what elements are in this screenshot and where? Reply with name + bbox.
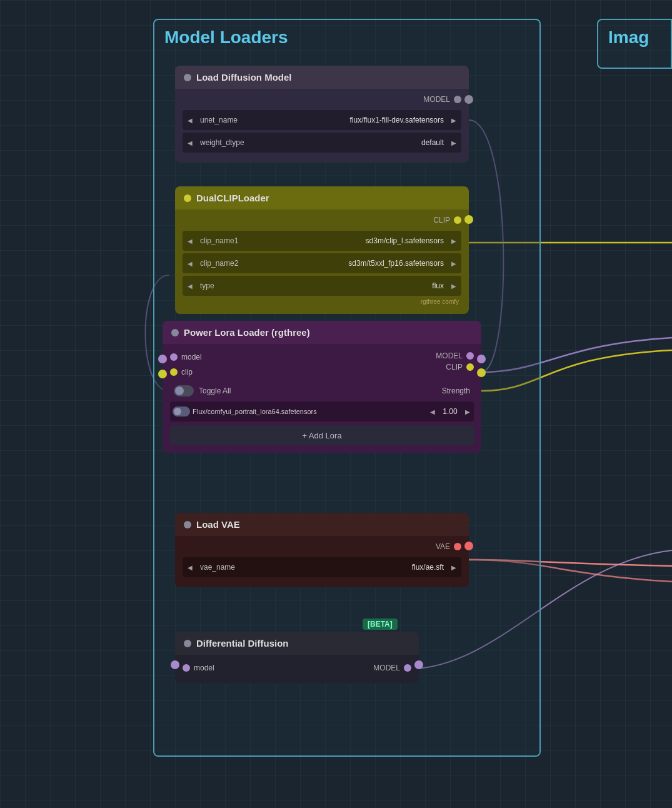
node-vae-title: Load VAE [196,519,240,530]
lora-strength-header: Strength [442,386,470,395]
node-vae-dot [184,521,191,528]
diff-model-in-dot [183,664,190,672]
clip-name1-arrow-left[interactable]: ◀ [183,238,198,245]
lora-output-model: MODEL [436,351,474,360]
lora-toggle-all-knob [175,386,184,395]
lora-toggle-all-switch[interactable] [174,385,194,396]
node-diff-header: Differential Diffusion [175,632,419,655]
lora-strength-value: 1.00 [439,407,461,416]
lora-toggle-all-label: Toggle All [199,386,231,395]
vae-name-arrow-left[interactable]: ◀ [183,564,198,571]
diffusion-model-connector [454,96,461,103]
diffusion-weight-arrow-left[interactable]: ◀ [183,139,198,146]
vae-name-label: vae_name [198,563,254,572]
clip-type-arrow-right[interactable]: ▶ [446,283,461,290]
lora-clip-in-dot [170,368,178,376]
lora-strength-arrow-right[interactable]: ▶ [464,408,471,415]
canvas-area: Model Loaders Imag Load Diffusion Model … [0,0,672,808]
diffusion-right-connector [464,95,473,104]
lora-clip-out-dot [466,363,474,371]
clip-type-arrow-left[interactable]: ◀ [183,283,198,290]
vae-output-connector [454,543,461,550]
node-diff-title: Differential Diffusion [196,638,289,649]
diffusion-weight-value: default [254,138,446,147]
vae-name-arrow-right[interactable]: ▶ [446,564,461,571]
clip-output-label: CLIP [433,216,450,225]
node-power-lora: Power Lora Loader (rgthree) model clip [163,321,481,453]
node-clip-title: DualCLIPLoader [196,193,269,203]
node-load-vae: Load VAE VAE ◀ vae_name flux/ae.sft ▶ [175,513,469,587]
lora-clip-right-connector [477,368,486,377]
node-diffusion-header: Load Diffusion Model [175,66,469,89]
diffusion-unet-value: flux/flux1-fill-dev.safetensors [254,116,446,124]
clip-name1-arrow-right[interactable]: ▶ [446,238,461,245]
clip-param-name1[interactable]: ◀ clip_name1 sd3m/clip_l.safetensors ▶ [183,231,461,251]
diffusion-weight-arrow-right[interactable]: ▶ [446,139,461,146]
clip-param-type[interactable]: ◀ type flux ▶ [183,276,461,296]
diff-model-out-label: MODEL [373,664,400,672]
diff-left-connector [171,660,179,669]
node-load-diffusion: Load Diffusion Model MODEL ◀ unet_name f… [175,66,469,163]
clip-right-connector [464,215,473,224]
node-dual-clip: DualCLIPLoader CLIP ◀ clip_name1 sd3m/cl… [175,186,469,314]
node-lora-dot [171,329,179,336]
node-clip-dot [184,194,191,202]
clip-type-label: type [198,281,254,290]
lora-model-in-label: model [181,353,202,361]
clip-output-connector [454,216,461,224]
clip-name2-arrow-left[interactable]: ◀ [183,260,198,267]
image-group: Imag [597,19,672,69]
clip-subtitle: rgthree comfy [183,298,461,306]
vae-output-row: VAE [183,541,461,555]
lora-toggle-group[interactable]: Toggle All [174,385,231,396]
clip-param-name2[interactable]: ◀ clip_name2 sd3m/t5xxl_fp16.safetensors… [183,253,461,273]
lora-item-0[interactable]: Flux/comfyui_portrait_lora64.safetensors… [170,401,474,422]
diff-right-connector [414,660,423,669]
diff-model-out-dot [404,664,411,672]
lora-model-right-connector [477,355,486,363]
lora-output-clip: CLIP [436,360,474,371]
clip-name2-value: sd3m/t5xxl_fp16.safetensors [254,259,446,268]
node-lora-header: Power Lora Loader (rgthree) [163,321,481,344]
lora-io-section: model clip MODEL CLIP [170,349,474,383]
diffusion-unet-arrow-left[interactable]: ◀ [183,117,198,124]
diffusion-param-weight[interactable]: ◀ weight_dtype default ▶ [183,133,461,153]
node-diffusion-dot [184,74,191,81]
node-diffusion-title: Load Diffusion Model [196,72,291,83]
vae-output-label: VAE [436,542,450,551]
node-lora-title: Power Lora Loader (rgthree) [184,327,310,338]
clip-output-row: CLIP [183,215,461,228]
lora-input-clip: clip [170,366,202,378]
clip-name1-value: sd3m/clip_l.safetensors [254,236,446,245]
beta-badge-container: [BETA] [363,619,398,629]
node-differential-diffusion: Differential Diffusion model MODEL [175,632,419,684]
lora-inputs: model clip [170,351,202,378]
lora-clip-out-label: CLIP [446,363,463,371]
node-vae-header: Load VAE [175,513,469,536]
diffusion-unet-arrow-right[interactable]: ▶ [446,117,461,124]
clip-name2-label: clip_name2 [198,259,254,268]
lora-model-in-dot [170,353,178,361]
diff-output-model: MODEL [373,662,411,674]
lora-model-left-connector [158,355,167,363]
diff-io-section: model MODEL [183,660,411,676]
vae-param-name[interactable]: ◀ vae_name flux/ae.sft ▶ [183,557,461,577]
lora-model-out-dot [466,352,474,360]
diffusion-output-label: MODEL [423,95,450,104]
diff-input-model: model [183,662,214,674]
lora-clip-in-label: clip [181,368,193,376]
add-lora-button[interactable]: + Add Lora [170,425,474,445]
node-clip-body: CLIP ◀ clip_name1 sd3m/clip_l.safetensor… [175,210,469,314]
node-diffusion-body: MODEL ◀ unet_name flux/flux1-fill-dev.sa… [175,89,469,163]
group-title-model-loaders: Model Loaders [154,20,539,55]
lora-item-toggle[interactable] [173,407,190,417]
lora-input-model: model [170,351,202,363]
diffusion-param-unet[interactable]: ◀ unet_name flux/flux1-fill-dev.safetens… [183,110,461,130]
clip-name2-arrow-right[interactable]: ▶ [446,260,461,267]
lora-toggle-all-row: Toggle All Strength [170,383,474,399]
clip-type-value: flux [254,281,446,290]
lora-strength-arrow-left[interactable]: ◀ [429,408,436,415]
group-title-image: Imag [598,20,671,55]
diffusion-unet-label: unet_name [198,116,254,124]
vae-right-connector [464,542,473,550]
